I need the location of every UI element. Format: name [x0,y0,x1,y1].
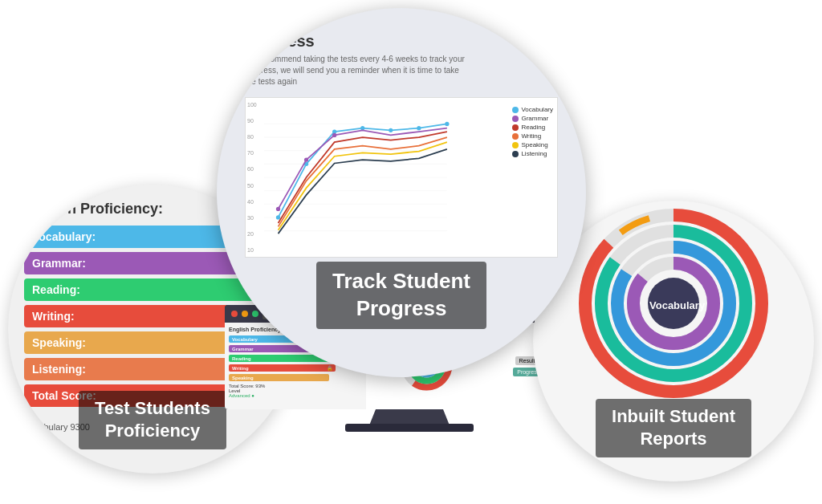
progress-title: Progress [245,32,470,51]
speaking-label: Speaking: [32,336,86,349]
legend-speaking: Speaking [512,141,553,148]
legend-writing: Writing [512,132,553,140]
vocabulary-donut: Vocabulary [577,207,770,403]
center-label-text: Track Student Progress [316,262,486,329]
svg-point-14 [417,126,421,130]
mini-grammar-label: Grammar [232,347,254,352]
writing-legend-label: Writing [521,132,541,140]
y-label-10: 10 [247,247,257,253]
svg-point-18 [332,133,336,137]
vocab-label: Vocabulary: [32,230,96,243]
mini-writing-bar: Writing 🔒 [229,364,336,372]
speaking-dot [512,142,519,148]
svg-point-16 [276,207,280,211]
right-circle-label-text: Inbuilt Student Reports [596,399,751,457]
y-label-20: 20 [247,231,257,237]
speaking-legend-label: Speaking [521,141,547,148]
results-button[interactable]: Results [470,8,509,22]
y-label-30: 30 [247,215,257,221]
y-label-40: 40 [247,199,257,205]
writing-dot [512,133,519,140]
mini-vocab-label: Vocabulary [232,337,258,342]
reading-legend-label: Reading [521,124,545,131]
progress-button[interactable]: Progress [513,8,558,22]
right-circle-footer: Inbuilt Student Reports [533,399,814,457]
svg-point-17 [304,157,308,161]
vocab-dot [512,107,519,113]
listening-dot [512,151,519,157]
legend-grammar: Grammar [512,115,553,122]
y-label-100: 100 [247,102,257,108]
grammar-dot [512,116,519,122]
mini-speaking-bar: Speaking [229,374,329,381]
svg-point-15 [445,122,449,126]
y-label-80: 80 [247,134,257,140]
legend-vocabulary: Vocabulary [512,106,553,113]
legend-reading: Reading [512,124,553,131]
legend-listening: Listening [512,150,553,157]
progress-chart: 10 20 30 40 50 60 70 80 90 100 [245,97,558,258]
reading-dot [512,124,519,131]
chart-legend: Vocabulary Grammar Reading Writing Speak… [512,106,553,159]
y-label-90: 90 [247,118,257,124]
reading-label: Reading: [32,283,80,296]
svg-point-9 [276,215,280,219]
grammar-label: Grammar: [32,257,86,270]
center-circle: Progress We recommend taking the tests e… [217,8,586,377]
left-circle-label: Test Students Proficiency [79,391,226,449]
mini-advanced: Advanced ● [229,393,362,398]
mini-writing-label: Writing [232,366,249,371]
progress-panel: Progress We recommend taking the tests e… [217,8,586,274]
listening-legend-label: Listening [521,150,547,157]
progress-buttons: Results Progress [470,8,558,22]
mini-reading-label: Reading [232,356,251,361]
listening-label: Listening: [32,363,86,376]
svg-point-13 [389,128,393,132]
monitor-base [345,424,474,432]
grammar-legend-label: Grammar [521,115,548,122]
progress-subtitle: We recommend taking the tests every 4-6 … [245,54,470,87]
writing-label: Writing: [32,310,75,323]
vocab-legend-label: Vocabulary [521,106,553,113]
y-label-60: 60 [247,166,257,172]
chart-svg [264,102,503,253]
vocab-donut-center-label: Vocabulary [649,299,698,311]
y-label-50: 50 [247,183,257,189]
mini-speaking-label: Speaking [232,376,254,380]
y-label-70: 70 [247,150,257,156]
center-circle-label: Track Student Progress [217,262,586,329]
mini-writing-lock: 🔒 [327,365,332,371]
